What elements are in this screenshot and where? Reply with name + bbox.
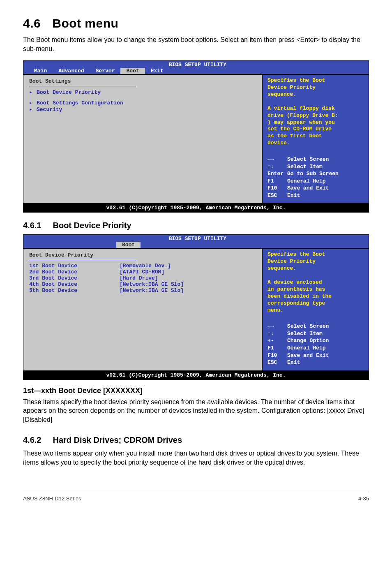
- bios-help-pane: Specifies the Boot Device Priority seque…: [262, 75, 369, 203]
- boot-device-label: 3rd Boot Device: [29, 275, 120, 281]
- key-action: Go to Sub Screen: [287, 171, 339, 177]
- boot-device-label: 5th Boot Device: [29, 287, 120, 294]
- menu-item-boot-settings-configuration[interactable]: ▸ Boot Settings Configuration: [29, 99, 256, 106]
- key-action: Select Item: [287, 331, 323, 337]
- bios-left-pane: Boot Device Priority 1st Boot Device[Rem…: [23, 249, 262, 370]
- help-line: A virtual floppy disk: [267, 105, 364, 112]
- tab-advanced[interactable]: Advanced: [53, 68, 90, 74]
- section-title-text: Boot menu: [52, 16, 118, 30]
- boot-device-row-1[interactable]: 1st Boot Device[Removable Dev.]: [29, 263, 256, 269]
- boot-device-row-5[interactable]: 5th Boot Device[Network:IBA GE Slo]: [29, 287, 256, 294]
- tab-boot[interactable]: Boot: [120, 68, 145, 74]
- key-glyph: ↑↓: [267, 163, 287, 171]
- help-line: A device enclosed: [267, 279, 364, 286]
- boot-device-label: 1st Boot Device: [29, 263, 120, 269]
- key-bindings: ←→Select Screen ↑↓Select Item EnterGo to…: [267, 156, 364, 199]
- help-line: ) may appear when you: [267, 119, 364, 126]
- subsection-number: 4.6.1: [23, 221, 41, 230]
- subsection-title-text: Boot Device Priority: [53, 221, 131, 230]
- subsection-description: These two items appear only when you ins…: [23, 449, 369, 467]
- boot-device-label: 2nd Boot Device: [29, 269, 120, 275]
- bios-left-title: Boot Settings: [29, 78, 256, 84]
- boot-device-value: [ATAPI CD-ROM]: [120, 269, 164, 275]
- bios-copyright: v02.61 (C)Copyright 1985-2009, American …: [23, 203, 369, 212]
- key-action: General Help: [287, 345, 326, 351]
- subsection-heading: 4.6.2Hard Disk Drives; CDROM Drives: [23, 435, 369, 445]
- boot-device-value: [Removable Dev.]: [120, 263, 171, 269]
- boot-device-row-4[interactable]: 4th Boot Device[Network:IBA GE Slo]: [29, 281, 256, 287]
- tab-main[interactable]: Main: [28, 68, 53, 74]
- help-line: drive (Floppy Drive B:: [267, 112, 364, 119]
- boot-device-value: [Hard Drive]: [120, 275, 158, 281]
- key-glyph: ESC: [267, 359, 287, 366]
- tab-exit[interactable]: Exit: [145, 68, 169, 74]
- section-intro: The Boot menu items allow you to change …: [23, 35, 369, 53]
- separator: [29, 260, 136, 260]
- boot-device-label: 4th Boot Device: [29, 281, 120, 287]
- key-glyph: F10: [267, 352, 287, 359]
- key-glyph: F1: [267, 345, 287, 352]
- boot-device-row-2[interactable]: 2nd Boot Device[ATAPI CD-ROM]: [29, 269, 256, 275]
- key-action: Select Item: [287, 164, 323, 170]
- footer-left: ASUS Z8NH-D12 Series: [23, 495, 81, 502]
- help-text: Specifies the Boot Device Priority seque…: [267, 77, 364, 147]
- section-heading: 4.6Boot menu: [23, 16, 369, 30]
- subsection-heading: 4.6.1Boot Device Priority: [23, 221, 369, 230]
- help-line: sequence.: [267, 265, 364, 272]
- key-glyph: +-: [267, 337, 287, 345]
- boot-device-value: [Network:IBA GE Slo]: [120, 287, 184, 294]
- help-line: sequence.: [267, 91, 364, 98]
- tab-boot[interactable]: Boot: [116, 242, 141, 248]
- key-bindings: ←→Select Screen ↑↓Select Item +-Change O…: [267, 323, 364, 366]
- bios-panel-boot-device-priority: . BIOS SETUP UTILITY Boot Boot Device Pr…: [23, 234, 369, 379]
- key-action: General Help: [287, 178, 326, 184]
- key-action: Exit: [287, 359, 300, 366]
- bios-help-pane: Specifies the Boot Device Priority seque…: [262, 249, 369, 370]
- footer-right: 4-35: [358, 495, 369, 502]
- field-heading: 1st—xxth Boot Device [XXXXXXX]: [23, 386, 369, 395]
- help-text: Specifies the Boot Device Priority seque…: [267, 251, 364, 314]
- help-line: been disabled in the: [267, 293, 364, 300]
- key-glyph: ←→: [267, 323, 287, 330]
- help-line: device.: [267, 140, 364, 147]
- bios-left-title: Boot Device Priority: [29, 252, 256, 258]
- bios-panel-boot-settings: . BIOS SETUP UTILITY Main Advanced Serve…: [23, 60, 369, 213]
- submenu-arrow-icon: ▸: [29, 106, 34, 113]
- bios-left-pane: Boot Settings ▸ Boot Device Priority ▸ B…: [23, 75, 262, 203]
- help-line: menu.: [267, 307, 364, 314]
- tab-server[interactable]: Server: [90, 68, 121, 74]
- submenu-arrow-icon: ▸: [29, 89, 34, 95]
- key-action: Save and Exit: [287, 352, 329, 359]
- field-description: These items specify the boot device prio…: [23, 398, 369, 424]
- page-footer: ASUS Z8NH-D12 Series 4-35: [23, 492, 369, 502]
- key-action: Change Option: [287, 338, 329, 344]
- help-line: corresponding type: [267, 300, 364, 307]
- menu-item-boot-device-priority[interactable]: ▸ Boot Device Priority: [29, 89, 256, 95]
- menu-item-security[interactable]: ▸ Security: [29, 106, 256, 113]
- key-glyph: Enter: [267, 170, 287, 178]
- submenu-arrow-icon: ▸: [29, 99, 34, 106]
- menu-item-label: Boot Settings Configuration: [37, 100, 123, 106]
- bios-copyright: v02.61 (C)Copyright 1985-2009, American …: [23, 370, 369, 379]
- key-action: Select Screen: [287, 323, 329, 329]
- bios-tabs: Main Advanced Server Boot Exit: [23, 68, 369, 74]
- help-line: in parenthesis has: [267, 286, 364, 293]
- bios-tabs: Boot: [23, 242, 369, 248]
- subsection-number: 4.6.2: [23, 435, 41, 444]
- separator: [29, 86, 136, 86]
- key-glyph: ↑↓: [267, 330, 287, 338]
- key-action: Select Screen: [287, 156, 329, 162]
- key-glyph: ESC: [267, 192, 287, 199]
- boot-device-value: [Network:IBA GE Slo]: [120, 281, 184, 287]
- help-line: Specifies the Boot: [267, 251, 364, 258]
- help-line: Specifies the Boot: [267, 77, 364, 84]
- key-action: Save and Exit: [287, 185, 329, 191]
- help-line: Device Priority: [267, 258, 364, 265]
- bios-title: BIOS SETUP UTILITY: [32, 62, 364, 68]
- help-line: set the CD-ROM drive: [267, 126, 364, 133]
- key-glyph: F1: [267, 178, 287, 185]
- boot-device-row-3[interactable]: 3rd Boot Device[Hard Drive]: [29, 275, 256, 281]
- help-line: as the first boot: [267, 133, 364, 140]
- section-number: 4.6: [23, 16, 41, 30]
- subsection-title-text: Hard Disk Drives; CDROM Drives: [53, 435, 182, 444]
